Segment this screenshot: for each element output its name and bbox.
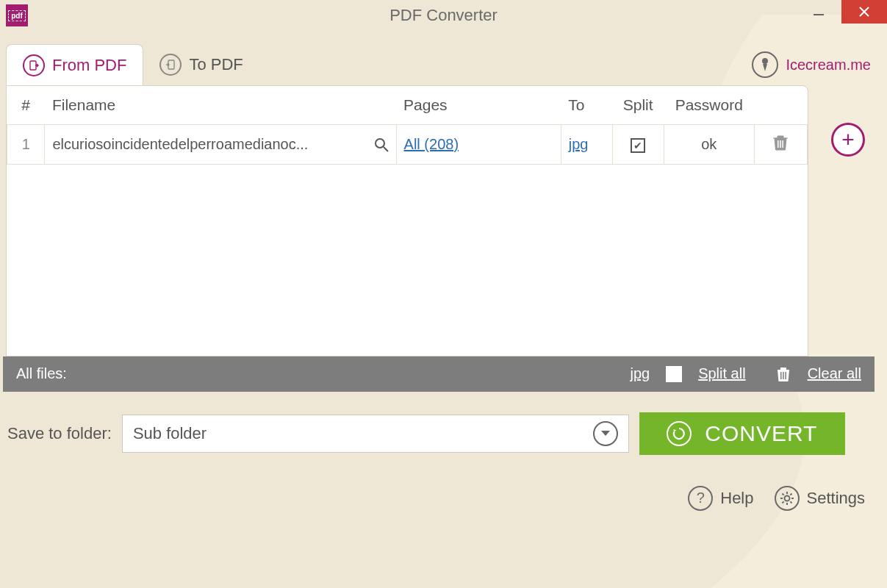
col-to: To — [561, 86, 612, 125]
svg-rect-5 — [778, 140, 779, 148]
svg-line-4 — [384, 147, 388, 151]
add-file-button[interactable]: + — [831, 123, 865, 157]
svg-point-11 — [784, 495, 789, 501]
close-button[interactable] — [841, 0, 887, 24]
trash-icon — [772, 134, 789, 151]
help-label: Help — [720, 489, 753, 508]
col-number: # — [7, 86, 45, 125]
svg-line-18 — [790, 493, 791, 495]
svg-rect-6 — [780, 140, 782, 148]
col-filename: Filename — [45, 86, 396, 125]
titlebar: pdf PDF Converter — [0, 0, 887, 31]
settings-button[interactable]: Settings — [775, 486, 866, 511]
minimize-icon — [812, 5, 825, 18]
clear-all-link[interactable]: Clear all — [808, 365, 861, 382]
row-pages-cell[interactable]: All (208) — [396, 125, 561, 165]
plus-icon: + — [841, 129, 855, 151]
tabs: From PDF To PDF — [6, 44, 259, 85]
row-number: 1 — [7, 125, 45, 165]
all-files-to[interactable]: jpg — [630, 365, 650, 382]
split-checkbox[interactable]: ✔ — [631, 138, 645, 153]
svg-rect-7 — [783, 140, 784, 148]
col-pages: Pages — [396, 86, 561, 125]
help-icon: ? — [688, 486, 713, 511]
svg-rect-10 — [785, 372, 786, 379]
tab-from-pdf[interactable]: From PDF — [6, 44, 143, 85]
gear-icon — [775, 486, 800, 511]
row-to: jpg — [569, 136, 589, 152]
all-files-bar: All files: jpg Split all Clear all — [3, 356, 875, 392]
window-title: PDF Converter — [0, 6, 887, 25]
brand-link[interactable]: Icecream.me — [752, 51, 871, 78]
svg-rect-0 — [814, 14, 824, 15]
convert-label: CONVERT — [705, 421, 817, 446]
window-controls — [796, 0, 887, 24]
row-pages: All (208) — [404, 136, 459, 152]
settings-label: Settings — [807, 489, 866, 508]
all-files-label: All files: — [16, 365, 67, 382]
table-row: 1 elcuriosoincidentedelperroamedianoc...… — [7, 125, 808, 165]
svg-rect-9 — [783, 372, 784, 379]
split-all-checkbox[interactable] — [666, 366, 682, 382]
row-password[interactable]: ok — [664, 125, 754, 165]
svg-rect-8 — [780, 372, 782, 379]
from-pdf-icon — [23, 54, 45, 76]
dropdown-icon — [593, 421, 618, 446]
brand-label: Icecream.me — [786, 57, 871, 74]
svg-line-16 — [782, 493, 783, 495]
split-all-link[interactable]: Split all — [698, 365, 745, 382]
folder-select-value: Sub folder — [133, 424, 207, 443]
row-to-cell[interactable]: jpg — [561, 125, 612, 165]
convert-button[interactable]: CONVERT — [639, 412, 845, 455]
svg-line-19 — [782, 501, 783, 503]
row-filename: elcuriosoincidentedelperroamedianoc... — [52, 136, 308, 152]
file-table: # Filename Pages To Split Password 1 elc… — [6, 85, 808, 356]
clear-all-trash-icon — [775, 365, 791, 383]
tab-to-pdf-label: To PDF — [189, 55, 243, 74]
table-empty-space — [7, 165, 808, 356]
tab-to-pdf[interactable]: To PDF — [143, 44, 259, 85]
col-split: Split — [612, 86, 664, 125]
svg-rect-1 — [30, 61, 36, 70]
save-to-folder-label: Save to folder: — [7, 424, 112, 443]
magnify-icon[interactable] — [374, 137, 389, 152]
folder-select[interactable]: Sub folder — [122, 415, 629, 453]
col-delete — [754, 86, 807, 125]
col-password: Password — [664, 86, 754, 125]
icecream-icon — [752, 51, 778, 78]
tab-from-pdf-label: From PDF — [52, 56, 126, 75]
row-delete-cell[interactable] — [754, 125, 807, 165]
svg-point-3 — [376, 139, 384, 148]
row-filename-cell[interactable]: elcuriosoincidentedelperroamedianoc... — [45, 125, 396, 165]
close-icon — [858, 6, 870, 18]
convert-icon — [667, 421, 692, 446]
row-split-cell[interactable]: ✔ — [612, 125, 664, 165]
to-pdf-icon — [159, 54, 182, 76]
svg-line-17 — [790, 501, 791, 503]
help-button[interactable]: ? Help — [688, 486, 753, 511]
minimize-button[interactable] — [796, 0, 841, 24]
